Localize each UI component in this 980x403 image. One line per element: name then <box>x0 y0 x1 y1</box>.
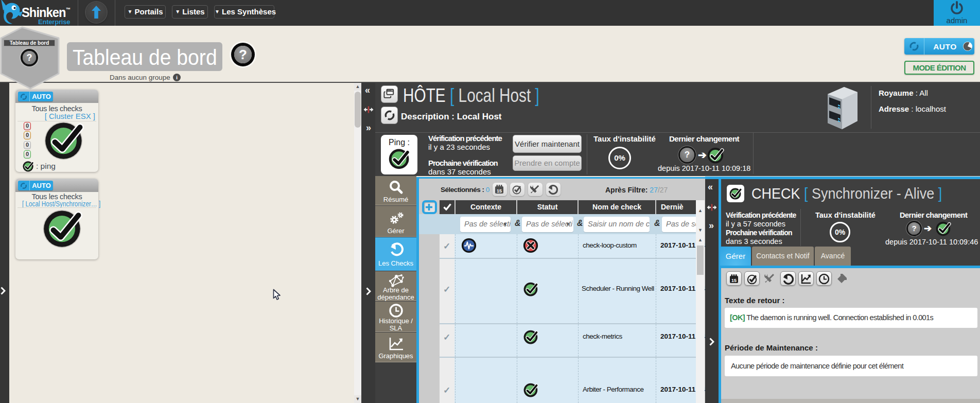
svg-text:15: 15 <box>497 188 502 194</box>
svg-text:15: 15 <box>731 278 737 283</box>
